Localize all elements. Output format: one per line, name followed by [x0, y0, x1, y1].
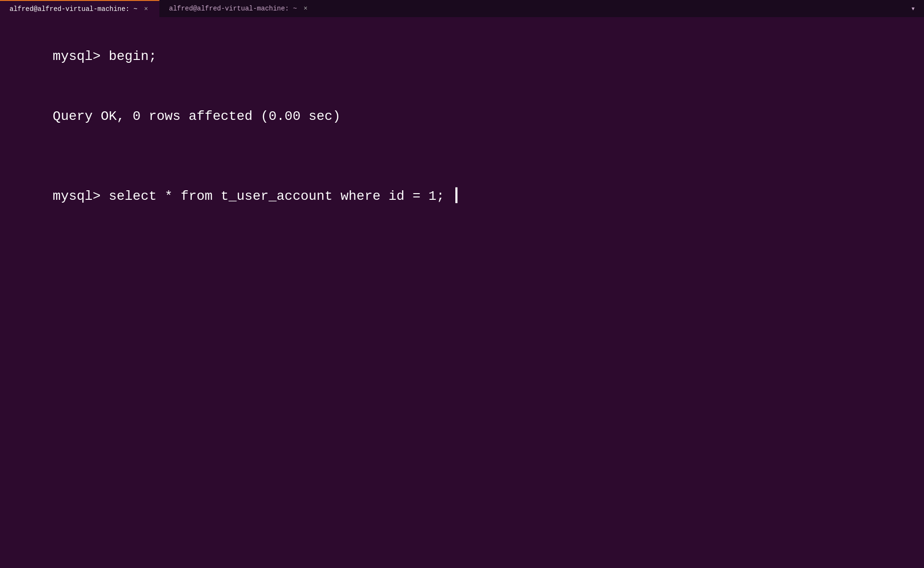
tab-1-title: alfred@alfred-virtual-machine: ~ — [10, 5, 138, 13]
cmd-2: select * from t_user_account where id = … — [108, 189, 444, 204]
terminal-line-2: Query OK, 0 rows affected (0.00 sec) — [5, 87, 919, 147]
terminal-line-4: mysql> select * from t_user_account wher… — [5, 166, 919, 226]
tab-1[interactable]: alfred@alfred-virtual-machine: ~ × — [0, 0, 159, 17]
text-cursor: ┃ — [444, 189, 461, 204]
tab-dropdown-icon[interactable]: ▾ — [907, 2, 919, 15]
tab-2-title: alfred@alfred-virtual-machine: ~ — [169, 5, 297, 12]
tab-bar-right: ▾ — [907, 0, 924, 17]
prompt-1: mysql> — [53, 49, 109, 64]
tab-2-close[interactable]: × — [302, 4, 309, 13]
terminal-body[interactable]: mysql> begin; Query OK, 0 rows affected … — [0, 17, 924, 568]
terminal-line-blank — [5, 147, 919, 166]
tab-1-close[interactable]: × — [142, 4, 150, 14]
terminal-container: alfred@alfred-virtual-machine: ~ × alfre… — [0, 0, 924, 568]
prompt-2: mysql> — [53, 189, 109, 204]
output-1: Query OK, 0 rows affected (0.00 sec) — [53, 109, 341, 124]
terminal-line-1: mysql> begin; — [5, 27, 919, 87]
cmd-1: begin; — [108, 49, 157, 64]
tab-bar: alfred@alfred-virtual-machine: ~ × alfre… — [0, 0, 924, 17]
tab-2[interactable]: alfred@alfred-virtual-machine: ~ × — [159, 0, 319, 17]
